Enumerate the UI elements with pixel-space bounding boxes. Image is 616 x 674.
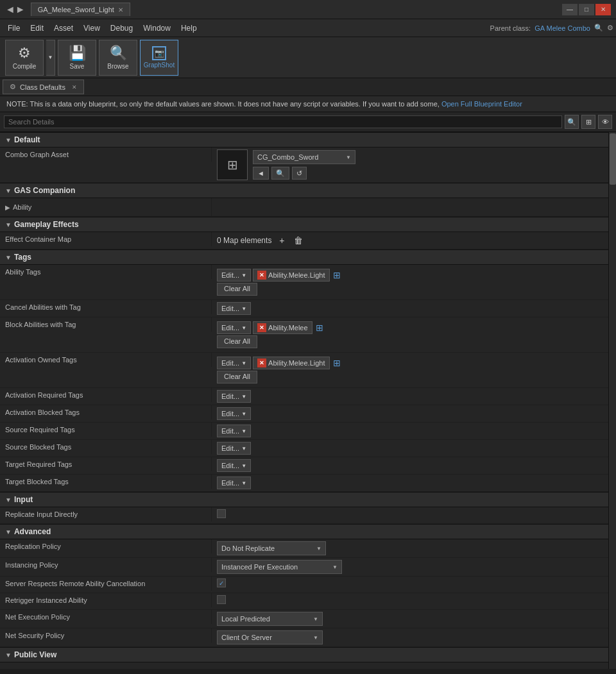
ability-tags-edit-button[interactable]: Edit... ▼ [217, 269, 251, 282]
ability-text: Ability [13, 203, 31, 211]
activation-blocked-edit-button[interactable]: Edit... ▼ [217, 407, 251, 420]
section-tags[interactable]: ▼ Tags [0, 249, 608, 265]
note-text: NOTE: This is a data only blueprint, so … [6, 100, 441, 108]
graphshot-button[interactable]: 📷 GraphShot [140, 40, 178, 76]
asset-browse-button[interactable]: 🔍 [271, 167, 289, 180]
prop-source-blocked: Source Blocked Tags Edit... ▼ [0, 440, 608, 457]
activation-owned-expand-icon[interactable]: ⊞ [333, 358, 341, 368]
activation-owned-label: Activation Owned Tags [0, 353, 212, 367]
map-elements-text: 0 Map elements [217, 236, 271, 245]
filter-button[interactable]: 👁 [598, 115, 612, 129]
menu-edit[interactable]: Edit [25, 21, 49, 35]
asset-navigate-button[interactable]: ◄ [253, 167, 269, 180]
source-blocked-arrow: ▼ [241, 446, 246, 451]
section-gas-companion[interactable]: ▼ GAS Companion [0, 183, 608, 198]
thumbnail-icon: ⊞ [227, 157, 238, 173]
combo-graph-asset-label: Combo Graph Asset [0, 147, 212, 162]
tab-close-icon[interactable]: ✕ [72, 84, 77, 90]
menu-window[interactable]: Window [138, 21, 176, 35]
prop-instancing-policy: Instancing Policy Instanced Per Executio… [0, 558, 608, 577]
replication-policy-text: Do Not Replicate [221, 544, 275, 552]
prop-source-required: Source Required Tags Edit... ▼ [0, 423, 608, 440]
block-ability-tag-remove-button[interactable]: ✕ [257, 323, 266, 332]
block-abilities-clear-button[interactable]: Clear All [217, 335, 257, 348]
section-advanced[interactable]: ▼ Advanced [0, 524, 608, 539]
prop-net-security: Net Security Policy Client Or Server ▼ [0, 628, 608, 647]
activation-blocked-value: Edit... ▼ [212, 405, 608, 422]
asset-reset-button[interactable]: ↺ [292, 167, 307, 180]
section-default[interactable]: ▼ Default [0, 132, 608, 147]
menu-asset[interactable]: Asset [49, 21, 78, 35]
settings-icon[interactable]: ⚙ [607, 24, 613, 32]
activation-required-edit-label: Edit... [221, 392, 239, 400]
replicate-input-label: Replicate Input Directly [0, 507, 212, 521]
activation-owned-remove-button[interactable]: ✕ [257, 358, 266, 367]
scrollbar-thumb[interactable] [610, 133, 616, 185]
minimize-button[interactable]: — [562, 4, 578, 15]
prop-replicate-input: Replicate Input Directly [0, 507, 608, 524]
note-bar: NOTE: This is a data only blueprint, so … [0, 96, 616, 112]
menu-debug[interactable]: Debug [105, 21, 138, 35]
section-input[interactable]: ▼ Input [0, 492, 608, 507]
title-tab[interactable]: GA_Melee_Sword_Light ✕ [31, 3, 130, 16]
menu-bar: File Edit Asset View Debug Window Help P… [0, 19, 616, 37]
activation-owned-clear-button[interactable]: Clear All [217, 371, 257, 383]
search-icon[interactable]: 🔍 [594, 24, 603, 32]
maximize-button[interactable]: □ [579, 4, 594, 15]
title-tab-label: GA_Melee_Sword_Light [38, 6, 114, 13]
remove-map-element-button[interactable]: 🗑 [292, 234, 305, 247]
open-blueprint-link[interactable]: Open Full Blueprint Editor [441, 100, 522, 108]
activation-blocked-label: Activation Blocked Tags [0, 405, 212, 419]
net-security-arrow-icon: ▼ [313, 635, 318, 641]
source-required-edit-button[interactable]: Edit... ▼ [217, 425, 251, 437]
scrollbar[interactable] [608, 132, 616, 669]
net-execution-dropdown[interactable]: Local Predicted ▼ [217, 612, 323, 626]
add-map-element-button[interactable]: + [275, 234, 288, 247]
block-ability-tags-expand-icon[interactable]: ⊞ [316, 323, 323, 333]
ability-expand-icon[interactable]: ▶ [5, 204, 10, 211]
activation-required-value: Edit... ▼ [212, 388, 608, 405]
compile-dropdown-arrow[interactable]: ▼ [46, 40, 55, 76]
target-blocked-edit-button[interactable]: Edit... ▼ [217, 476, 251, 489]
effect-container-label: Effect Container Map [0, 232, 212, 246]
combo-graph-dropdown[interactable]: CG_Combo_Sword ▼ [253, 150, 355, 164]
activation-required-edit-button[interactable]: Edit... ▼ [217, 390, 251, 403]
block-abilities-edit-button[interactable]: Edit... ▼ [217, 321, 251, 334]
prop-activation-blocked: Activation Blocked Tags Edit... ▼ [0, 405, 608, 423]
replicate-input-checkbox[interactable] [217, 509, 226, 518]
net-security-dropdown[interactable]: Client Or Server ▼ [217, 630, 323, 645]
browse-button[interactable]: 🔍 Browse [99, 40, 137, 76]
ability-tags-label: Ability Tags [0, 265, 212, 279]
replication-policy-dropdown[interactable]: Do Not Replicate ▼ [217, 541, 326, 555]
ability-tags-edit-label: Edit... [221, 271, 239, 279]
ability-row: ▶ Ability [5, 201, 206, 213]
prop-ability-tags: Ability Tags Edit... ▼ ✕ Ability.Melee.L… [0, 265, 608, 300]
compile-button[interactable]: ⚙ Compile [5, 40, 44, 76]
ability-tag-remove-button[interactable]: ✕ [257, 271, 266, 280]
cancel-abilities-edit-button[interactable]: Edit... ▼ [217, 302, 251, 315]
prop-cancel-abilities: Cancel Abilities with Tag Edit... ▼ [0, 300, 608, 317]
ability-tags-clear-button[interactable]: Clear All [217, 283, 257, 296]
title-tab-close-icon[interactable]: ✕ [118, 6, 123, 13]
search-input[interactable] [4, 115, 562, 128]
view-options-button[interactable]: ⊞ [581, 115, 595, 129]
parent-class-link[interactable]: GA Melee Combo [535, 24, 590, 32]
tab-class-defaults[interactable]: ⚙ Class Defaults ✕ [3, 80, 84, 94]
menu-view[interactable]: View [78, 21, 105, 35]
save-button[interactable]: 💾 Save [58, 40, 96, 76]
cancel-abilities-arrow: ▼ [241, 306, 246, 312]
server-respects-checkbox[interactable] [217, 578, 226, 587]
source-blocked-edit-button[interactable]: Edit... ▼ [217, 442, 251, 455]
search-submit-button[interactable]: 🔍 [565, 115, 579, 129]
instancing-policy-dropdown[interactable]: Instanced Per Execution ▼ [217, 560, 342, 574]
ability-tags-expand-icon[interactable]: ⊞ [333, 270, 341, 280]
close-window-button[interactable]: ✕ [595, 4, 611, 15]
section-public-view[interactable]: ▼ Public View [0, 647, 608, 662]
retrigger-checkbox[interactable] [217, 595, 226, 604]
menu-help[interactable]: Help [176, 21, 202, 35]
target-required-edit-button[interactable]: Edit... ▼ [217, 459, 251, 472]
menu-file[interactable]: File [3, 21, 25, 35]
activation-owned-edit-button[interactable]: Edit... ▼ [217, 357, 251, 369]
section-gameplay-effects[interactable]: ▼ Gameplay Effects [0, 217, 608, 232]
block-abilities-line1: Edit... ▼ ✕ Ability.Melee ⊞ [217, 321, 323, 334]
